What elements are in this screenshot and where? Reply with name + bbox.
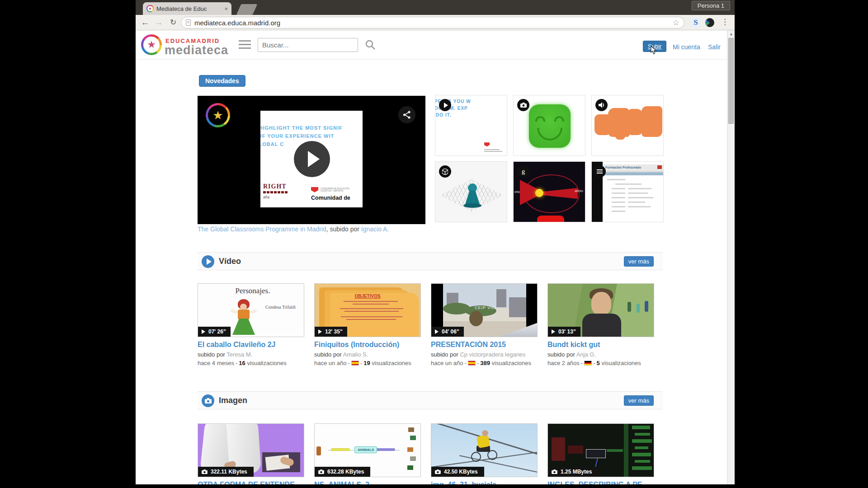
- educamadrid-logo[interactable]: [141, 34, 162, 55]
- extension-s-icon[interactable]: S: [691, 18, 701, 28]
- featured-video-player[interactable]: OU HIGHLIGHT THE MOST SIGNIF TS OF YOUR …: [198, 96, 425, 224]
- back-icon[interactable]: ←: [139, 17, 151, 28]
- browser-toolbar: ← → ↻ mediateca.educa.madrid.org ☆ S ⋮: [136, 15, 735, 30]
- madrid-flag-icon: [311, 187, 318, 192]
- fulbright-logo: RIGHT aña: [263, 183, 299, 199]
- browser-window: Mediateca de Educ × Persona 1 ← → ↻ medi…: [136, 0, 735, 488]
- site-favicon-icon: [146, 5, 154, 12]
- browser-tab[interactable]: Mediateca de Educ ×: [143, 2, 231, 15]
- video-thumbnail[interactable]: OBJETIVOS 12' 35": [314, 283, 421, 337]
- player-watermark-logo-icon: [206, 103, 230, 127]
- letterbox-bottom: [0, 484, 868, 488]
- image-card: 42.50 KBytes img_46_31_bycicle: [431, 423, 538, 488]
- featured-thumb-webpage[interactable]: Formación Profesorado: [591, 161, 664, 222]
- video-thumbnail[interactable]: CEIP Vict 04' 06": [431, 283, 538, 337]
- image-card: ANIMALS 632.28 KBytes NS_ANIMALS_2: [314, 423, 421, 488]
- image-section-title: Imagen: [219, 396, 247, 405]
- duration-badge: 04' 06": [431, 327, 464, 337]
- spain-flag-icon: [468, 361, 476, 366]
- video-title-link[interactable]: El caballo Clavileño 2J: [198, 341, 304, 349]
- featured-uploader-link[interactable]: Ignacio A.: [361, 225, 389, 233]
- duration-badge: 03' 13": [548, 327, 580, 337]
- slide-text-line: OU HIGHLIGHT THE MOST SIGNIF: [260, 125, 363, 131]
- hamburger-menu-icon[interactable]: [239, 40, 251, 49]
- featured-thumb-audio[interactable]: [591, 95, 664, 156]
- video-title-link[interactable]: PRESENTACIÓN 2015: [431, 341, 538, 349]
- forward-icon: →: [153, 17, 165, 28]
- tab-close-icon[interactable]: ×: [224, 6, 228, 12]
- image-card: 1.25 MBytes INGLES_DESCRIBING A PE...: [547, 423, 654, 488]
- header-divider: [136, 59, 727, 60]
- slide-text-line: TS OF YOUR EXPERIENCE WIT: [260, 133, 363, 139]
- mouse-cursor-icon: [650, 46, 657, 55]
- featured-thumb-video[interactable]: ASPECTS YOU W PROGRAM. EXP LD DO IT.: [435, 95, 507, 156]
- browser-menu-icon[interactable]: ⋮: [721, 17, 729, 27]
- image-thumbnail[interactable]: 1.25 MBytes: [547, 423, 654, 477]
- page-scrollbar[interactable]: ▲: [727, 30, 735, 488]
- screen: Mediateca de Educ × Persona 1 ← → ↻ medi…: [0, 0, 868, 488]
- bookmark-star-icon[interactable]: ☆: [673, 18, 679, 28]
- image-card: 322.11 KBytes OTRA FORMA DE ENTENDE...: [198, 423, 304, 488]
- logout-link[interactable]: Salir: [708, 43, 721, 51]
- camera-type-icon: [517, 99, 529, 111]
- video-card: 03' 13" Bundt kickt gut subido por Anja …: [547, 283, 654, 366]
- caption-middle: , subido por: [326, 225, 361, 233]
- image-thumbnail[interactable]: 42.50 KBytes: [431, 423, 538, 477]
- share-button[interactable]: [398, 106, 415, 123]
- video-title-link[interactable]: Bundt kickt gut: [547, 341, 654, 349]
- image-thumbnail[interactable]: ANIMALS 632.28 KBytes: [314, 423, 421, 477]
- site-name: mediateca: [165, 43, 228, 57]
- video-type-icon: [439, 99, 451, 111]
- video-thumbnail[interactable]: 03' 13": [547, 283, 654, 337]
- video-vermas-button[interactable]: ver más: [624, 256, 654, 267]
- extension-circle-icon[interactable]: [705, 18, 714, 27]
- video-section-icon: [202, 255, 214, 268]
- list-type-icon: [594, 165, 606, 178]
- file-size-badge: 322.11 KBytes: [198, 467, 254, 477]
- featured-thumb-geogebra[interactable]: g elio afelio: [513, 161, 585, 222]
- image-vermas-button[interactable]: ver más: [624, 395, 654, 406]
- file-size-badge: 42.50 KBytes: [431, 467, 484, 477]
- video-thumbnail[interactable]: Personajes. Condesa Trifaldi 07' 26": [198, 283, 304, 337]
- play-button[interactable]: [294, 141, 330, 177]
- comunidad-madrid-mini-logo: [484, 140, 502, 152]
- audio-type-icon: [595, 99, 608, 111]
- profile-chip[interactable]: Persona 1: [692, 1, 730, 10]
- video-card: OBJETIVOS 12' 35" Finiquitos (Introducci…: [314, 283, 421, 366]
- video-card: CEIP Vict 04' 06" PRESENTACIÓN 2015 subi…: [431, 283, 538, 366]
- sun-graphic: [535, 189, 543, 197]
- search-icon[interactable]: [364, 39, 377, 52]
- scrollbar-thumb[interactable]: [728, 38, 734, 124]
- browser-tabstrip: Mediateca de Educ × Persona 1: [136, 0, 735, 15]
- video-title-link[interactable]: Finiquitos (Introducción): [314, 341, 421, 349]
- url-bar[interactable]: mediateca.educa.madrid.org ☆: [181, 17, 684, 28]
- image-section-bar: Imagen ver más: [198, 391, 663, 409]
- video-card: Personajes. Condesa Trifaldi 07' 26" El …: [198, 283, 304, 366]
- page-info-icon[interactable]: [186, 19, 191, 26]
- featured-title-link[interactable]: The Global Classrooms Programme in Madri…: [198, 225, 326, 233]
- video-section-title: Vídeo: [219, 257, 241, 266]
- account-link[interactable]: Mi cuenta: [673, 43, 700, 51]
- cube-3d-type-icon: [439, 165, 451, 178]
- image-section-icon: [202, 394, 214, 407]
- featured-thumb-3d[interactable]: [435, 161, 507, 222]
- novedades-badge[interactable]: Novedades: [199, 75, 245, 87]
- search-input[interactable]: [258, 38, 358, 52]
- url-text[interactable]: mediateca.educa.madrid.org: [194, 19, 669, 27]
- reload-icon[interactable]: ↻: [167, 17, 179, 28]
- file-size-badge: 1.25 MBytes: [548, 467, 598, 477]
- scroll-up-icon[interactable]: ▲: [727, 30, 735, 38]
- spain-flag-icon: [351, 361, 359, 366]
- duration-badge: 07' 26": [198, 327, 231, 337]
- image-thumbnail[interactable]: 322.11 KBytes: [198, 423, 304, 477]
- geogebra-type-icon: g: [517, 165, 529, 178]
- new-tab-button[interactable]: [236, 4, 258, 15]
- tab-title: Mediateca de Educ: [156, 5, 222, 12]
- smiley-graphic: [529, 104, 571, 148]
- featured-thumb-image-smiley[interactable]: [513, 95, 585, 156]
- featured-caption: The Global Classrooms Programme in Madri…: [198, 225, 389, 233]
- duration-badge: 12' 35": [315, 327, 347, 337]
- file-size-badge: 632.28 KBytes: [315, 467, 370, 477]
- video-section-bar: Vídeo ver más: [198, 252, 663, 270]
- germany-flag-icon: [584, 361, 592, 366]
